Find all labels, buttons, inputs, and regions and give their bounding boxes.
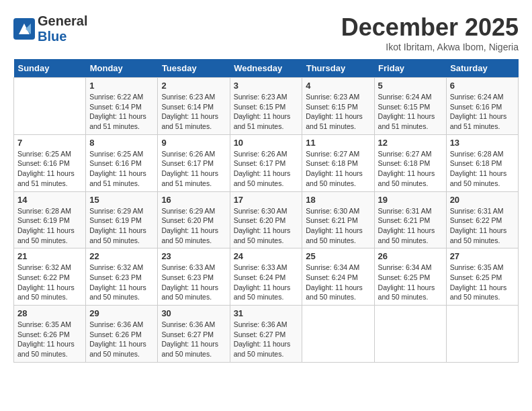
day-info: Sunrise: 6:30 AM Sunset: 6:20 PM Dayligh…	[234, 206, 299, 246]
day-cell: 14Sunrise: 6:28 AM Sunset: 6:19 PM Dayli…	[14, 191, 86, 248]
logo: General Blue	[13, 13, 87, 44]
day-cell: 18Sunrise: 6:30 AM Sunset: 6:21 PM Dayli…	[302, 191, 374, 248]
day-info: Sunrise: 6:29 AM Sunset: 6:19 PM Dayligh…	[89, 206, 154, 246]
week-row-5: 28Sunrise: 6:35 AM Sunset: 6:26 PM Dayli…	[14, 306, 519, 363]
day-info: Sunrise: 6:33 AM Sunset: 6:24 PM Dayligh…	[234, 263, 299, 302]
day-cell	[302, 306, 374, 363]
header-row: Sunday Monday Tuesday Wednesday Thursday…	[14, 59, 519, 78]
day-cell: 4Sunrise: 6:23 AM Sunset: 6:15 PM Daylig…	[302, 78, 374, 135]
day-info: Sunrise: 6:25 AM Sunset: 6:16 PM Dayligh…	[17, 149, 82, 189]
day-number: 8	[89, 138, 154, 148]
day-cell: 17Sunrise: 6:30 AM Sunset: 6:20 PM Dayli…	[230, 191, 302, 248]
day-cell: 24Sunrise: 6:33 AM Sunset: 6:24 PM Dayli…	[230, 248, 302, 306]
day-cell: 5Sunrise: 6:24 AM Sunset: 6:15 PM Daylig…	[374, 78, 446, 135]
day-info: Sunrise: 6:27 AM Sunset: 6:18 PM Dayligh…	[378, 149, 443, 189]
day-number: 30	[161, 308, 226, 318]
day-number: 15	[89, 195, 154, 205]
week-row-2: 7Sunrise: 6:25 AM Sunset: 6:16 PM Daylig…	[14, 134, 519, 191]
day-number: 14	[17, 195, 82, 205]
day-info: Sunrise: 6:31 AM Sunset: 6:22 PM Dayligh…	[450, 206, 515, 246]
day-cell: 21Sunrise: 6:32 AM Sunset: 6:22 PM Dayli…	[14, 248, 86, 306]
header-tuesday: Tuesday	[158, 59, 230, 78]
day-cell: 22Sunrise: 6:32 AM Sunset: 6:23 PM Dayli…	[86, 248, 158, 306]
day-info: Sunrise: 6:36 AM Sunset: 6:27 PM Dayligh…	[234, 320, 299, 359]
page-subtitle: Ikot Ibritam, Akwa Ibom, Nigeria	[341, 42, 519, 52]
day-number: 22	[89, 251, 154, 261]
day-number: 24	[234, 251, 299, 261]
day-cell: 9Sunrise: 6:26 AM Sunset: 6:17 PM Daylig…	[158, 134, 230, 191]
day-number: 5	[378, 81, 443, 91]
day-number: 28	[17, 308, 82, 318]
day-info: Sunrise: 6:30 AM Sunset: 6:21 PM Dayligh…	[306, 206, 370, 246]
day-cell: 28Sunrise: 6:35 AM Sunset: 6:26 PM Dayli…	[14, 306, 86, 363]
day-number: 17	[234, 195, 299, 205]
day-info: Sunrise: 6:32 AM Sunset: 6:23 PM Dayligh…	[89, 263, 154, 302]
day-info: Sunrise: 6:28 AM Sunset: 6:19 PM Dayligh…	[17, 206, 82, 246]
day-number: 6	[450, 81, 515, 91]
day-cell	[374, 306, 446, 363]
day-number: 11	[306, 138, 370, 148]
day-number: 23	[161, 251, 226, 261]
day-cell: 3Sunrise: 6:23 AM Sunset: 6:15 PM Daylig…	[230, 78, 302, 135]
day-cell: 26Sunrise: 6:34 AM Sunset: 6:25 PM Dayli…	[374, 248, 446, 306]
day-number: 19	[378, 195, 443, 205]
day-info: Sunrise: 6:29 AM Sunset: 6:20 PM Dayligh…	[161, 206, 226, 246]
day-number: 2	[161, 81, 226, 91]
day-number: 1	[89, 81, 154, 91]
day-cell: 16Sunrise: 6:29 AM Sunset: 6:20 PM Dayli…	[158, 191, 230, 248]
day-cell: 11Sunrise: 6:27 AM Sunset: 6:18 PM Dayli…	[302, 134, 374, 191]
title-block: December 2025 Ikot Ibritam, Akwa Ibom, N…	[341, 13, 519, 52]
week-row-1: 1Sunrise: 6:22 AM Sunset: 6:14 PM Daylig…	[14, 78, 519, 135]
calendar-table: Sunday Monday Tuesday Wednesday Thursday…	[13, 59, 519, 363]
day-cell: 7Sunrise: 6:25 AM Sunset: 6:16 PM Daylig…	[14, 134, 86, 191]
day-number: 31	[234, 308, 299, 318]
day-cell: 20Sunrise: 6:31 AM Sunset: 6:22 PM Dayli…	[446, 191, 518, 248]
day-info: Sunrise: 6:36 AM Sunset: 6:27 PM Dayligh…	[161, 320, 226, 359]
week-row-4: 21Sunrise: 6:32 AM Sunset: 6:22 PM Dayli…	[14, 248, 519, 306]
day-number: 18	[306, 195, 370, 205]
day-number: 26	[378, 251, 443, 261]
logo-icon	[13, 18, 35, 40]
day-info: Sunrise: 6:22 AM Sunset: 6:14 PM Dayligh…	[89, 92, 154, 132]
day-info: Sunrise: 6:33 AM Sunset: 6:23 PM Dayligh…	[161, 263, 226, 302]
header-wednesday: Wednesday	[230, 59, 302, 78]
day-cell	[446, 306, 518, 363]
day-info: Sunrise: 6:34 AM Sunset: 6:24 PM Dayligh…	[306, 263, 370, 302]
day-cell: 10Sunrise: 6:26 AM Sunset: 6:17 PM Dayli…	[230, 134, 302, 191]
day-cell: 29Sunrise: 6:36 AM Sunset: 6:26 PM Dayli…	[86, 306, 158, 363]
day-cell	[14, 78, 86, 135]
day-cell: 1Sunrise: 6:22 AM Sunset: 6:14 PM Daylig…	[86, 78, 158, 135]
day-number: 7	[17, 138, 82, 148]
day-info: Sunrise: 6:24 AM Sunset: 6:16 PM Dayligh…	[450, 92, 515, 132]
week-row-3: 14Sunrise: 6:28 AM Sunset: 6:19 PM Dayli…	[14, 191, 519, 248]
header-monday: Monday	[86, 59, 158, 78]
day-info: Sunrise: 6:36 AM Sunset: 6:26 PM Dayligh…	[89, 320, 154, 359]
day-number: 9	[161, 138, 226, 148]
day-number: 29	[89, 308, 154, 318]
day-info: Sunrise: 6:34 AM Sunset: 6:25 PM Dayligh…	[378, 263, 443, 302]
day-info: Sunrise: 6:26 AM Sunset: 6:17 PM Dayligh…	[234, 149, 299, 189]
day-cell: 8Sunrise: 6:25 AM Sunset: 6:16 PM Daylig…	[86, 134, 158, 191]
day-cell: 13Sunrise: 6:28 AM Sunset: 6:18 PM Dayli…	[446, 134, 518, 191]
day-cell: 19Sunrise: 6:31 AM Sunset: 6:21 PM Dayli…	[374, 191, 446, 248]
day-info: Sunrise: 6:31 AM Sunset: 6:21 PM Dayligh…	[378, 206, 443, 246]
logo-general: General	[38, 13, 87, 28]
day-info: Sunrise: 6:23 AM Sunset: 6:14 PM Dayligh…	[161, 92, 226, 132]
day-number: 20	[450, 195, 515, 205]
header-saturday: Saturday	[446, 59, 518, 78]
day-cell: 12Sunrise: 6:27 AM Sunset: 6:18 PM Dayli…	[374, 134, 446, 191]
day-number: 27	[450, 251, 515, 261]
day-info: Sunrise: 6:24 AM Sunset: 6:15 PM Dayligh…	[378, 92, 443, 132]
day-info: Sunrise: 6:27 AM Sunset: 6:18 PM Dayligh…	[306, 149, 370, 189]
day-info: Sunrise: 6:28 AM Sunset: 6:18 PM Dayligh…	[450, 149, 515, 189]
day-number: 12	[378, 138, 443, 148]
day-info: Sunrise: 6:26 AM Sunset: 6:17 PM Dayligh…	[161, 149, 226, 189]
header-sunday: Sunday	[14, 59, 86, 78]
day-cell: 6Sunrise: 6:24 AM Sunset: 6:16 PM Daylig…	[446, 78, 518, 135]
day-number: 13	[450, 138, 515, 148]
day-info: Sunrise: 6:32 AM Sunset: 6:22 PM Dayligh…	[17, 263, 82, 302]
day-cell: 31Sunrise: 6:36 AM Sunset: 6:27 PM Dayli…	[230, 306, 302, 363]
day-info: Sunrise: 6:23 AM Sunset: 6:15 PM Dayligh…	[234, 92, 299, 132]
day-number: 21	[17, 251, 82, 261]
day-cell: 23Sunrise: 6:33 AM Sunset: 6:23 PM Dayli…	[158, 248, 230, 306]
